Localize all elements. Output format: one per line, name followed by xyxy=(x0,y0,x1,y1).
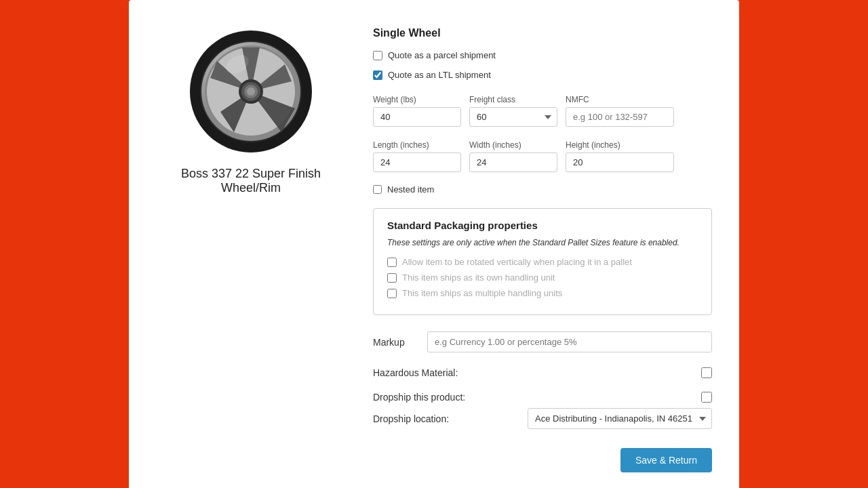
dropship-location-select[interactable]: Ace Distributing - Indianapolis, IN 4625… xyxy=(528,408,712,429)
dropship-product-checkbox[interactable] xyxy=(701,392,712,403)
hazardous-row: Hazardous Material: xyxy=(373,367,712,378)
width-input[interactable] xyxy=(469,152,557,172)
main-card: Boss 337 22 Super Finish Wheel/Rim Singl… xyxy=(129,0,739,488)
packaging-checkbox-2[interactable] xyxy=(387,273,397,283)
packaging-option-2: This item ships as its own handling unit xyxy=(387,272,698,283)
packaging-option-3: This item ships as multiple handling uni… xyxy=(387,288,698,298)
dropship-section: Dropship this product: Dropship location… xyxy=(373,392,712,429)
nmfc-group: NMFC xyxy=(566,95,674,127)
markup-input[interactable] xyxy=(427,331,712,352)
row-dimensions: Length (inches) Width (inches) Height (i… xyxy=(373,140,712,172)
ltl-checkbox-row: Quote as an LTL shipment xyxy=(373,70,712,80)
save-btn-row: Save & Return xyxy=(373,448,712,472)
packaging-label-2: This item ships as its own handling unit xyxy=(402,272,555,283)
parcel-label: Quote as a parcel shipment xyxy=(388,50,496,60)
length-label: Length (inches) xyxy=(373,140,461,150)
ltl-label: Quote as an LTL shipment xyxy=(388,70,491,80)
ltl-checkbox[interactable] xyxy=(373,70,382,80)
weight-label: Weight (lbs) xyxy=(373,95,461,104)
packaging-checkbox-1[interactable] xyxy=(387,258,397,267)
dropship-product-label: Dropship this product: xyxy=(373,392,465,403)
dropship-product-row: Dropship this product: xyxy=(373,392,712,403)
nested-row: Nested item xyxy=(373,184,712,195)
height-input[interactable] xyxy=(566,152,674,172)
weight-input[interactable] xyxy=(373,107,461,127)
markup-row: Markup xyxy=(373,331,712,352)
product-title: Boss 337 22 Super Finish Wheel/Rim xyxy=(156,167,346,195)
height-label: Height (inches) xyxy=(566,140,674,150)
packaging-box: Standard Packaging properties These sett… xyxy=(373,208,712,315)
packaging-option-1: Allow item to be rotated vertically when… xyxy=(387,257,698,267)
section-title: Single Wheel xyxy=(373,27,712,39)
width-label: Width (inches) xyxy=(469,140,557,150)
wheel-icon xyxy=(180,27,322,156)
length-group: Length (inches) xyxy=(373,140,461,172)
length-input[interactable] xyxy=(373,152,461,172)
freight-select[interactable]: 60 50 55 65 xyxy=(469,107,557,127)
nmfc-label: NMFC xyxy=(566,95,674,104)
freight-group: Freight class 60 50 55 65 xyxy=(469,95,557,127)
dropship-select-wrap: Ace Distributing - Indianapolis, IN 4625… xyxy=(528,408,712,429)
save-return-button[interactable]: Save & Return xyxy=(620,448,712,472)
product-image xyxy=(173,27,329,156)
nested-label: Nested item xyxy=(387,184,434,195)
svg-point-8 xyxy=(247,87,255,96)
parcel-checkbox-row: Quote as a parcel shipment xyxy=(373,50,712,60)
left-panel: Boss 337 22 Super Finish Wheel/Rim xyxy=(156,27,346,472)
width-group: Width (inches) xyxy=(469,140,557,172)
parcel-checkbox[interactable] xyxy=(373,51,382,60)
row-weight-freight: Weight (lbs) Freight class 60 50 55 65 N… xyxy=(373,95,712,127)
hazardous-checkbox[interactable] xyxy=(701,367,712,378)
markup-label: Markup xyxy=(373,337,414,348)
freight-label: Freight class xyxy=(469,95,557,104)
packaging-title: Standard Packaging properties xyxy=(387,220,698,231)
dropship-location-label: Dropship location: xyxy=(373,413,449,424)
packaging-label-3: This item ships as multiple handling uni… xyxy=(402,288,562,298)
dropship-location-row: Dropship location: Ace Distributing - In… xyxy=(373,408,712,429)
nmfc-input[interactable] xyxy=(566,107,674,127)
weight-group: Weight (lbs) xyxy=(373,95,461,127)
packaging-checkbox-3[interactable] xyxy=(387,289,397,298)
height-group: Height (inches) xyxy=(566,140,674,172)
nested-checkbox[interactable] xyxy=(373,185,382,194)
packaging-subtitle: These settings are only active when the … xyxy=(387,237,698,249)
packaging-label-1: Allow item to be rotated vertically when… xyxy=(402,257,632,267)
right-panel: Single Wheel Quote as a parcel shipment … xyxy=(373,27,712,472)
hazardous-label: Hazardous Material: xyxy=(373,367,458,378)
